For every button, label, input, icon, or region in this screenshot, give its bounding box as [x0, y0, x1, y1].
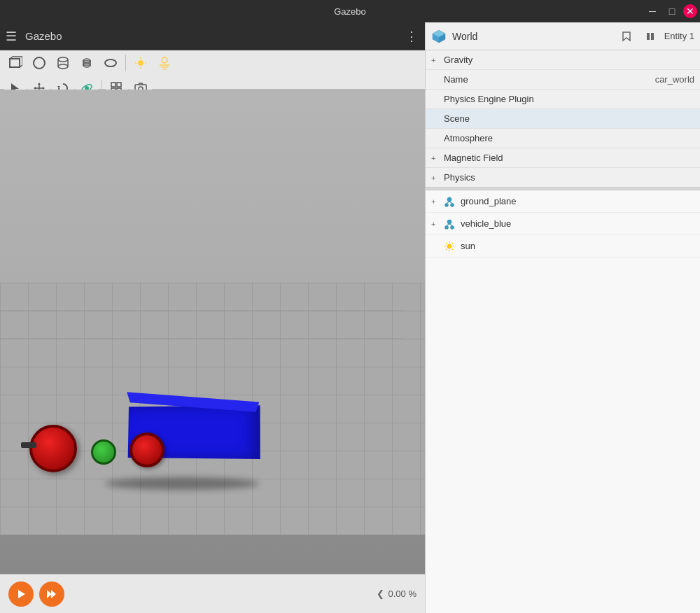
entity-row-vehicle-blue[interactable]: + vehicle_blue: [426, 213, 700, 235]
toolbar-row-shapes: [0, 50, 425, 76]
titlebar: Gazebo ─ □ ✕: [0, 0, 700, 22]
svg-point-44: [445, 203, 449, 206]
svg-point-2: [58, 57, 68, 62]
bookmark-button[interactable]: [617, 27, 636, 46]
world-header-actions: Entity 1: [617, 27, 694, 46]
ground-expand-icon: +: [431, 197, 441, 206]
name-label: Name: [444, 74, 655, 85]
world-properties: + Gravity Name car_world Physics Engine …: [426, 50, 700, 188]
svg-rect-0: [10, 59, 20, 67]
physics-engine-label: Physics Engine Plugin: [444, 94, 694, 104]
physics-engine-row[interactable]: Physics Engine Plugin: [426, 90, 700, 109]
svg-marker-21: [38, 83, 41, 85]
kebab-menu-button[interactable]: ⋮: [400, 24, 425, 48]
svg-point-15: [162, 57, 167, 63]
svg-marker-25: [57, 86, 60, 88]
scene-label: Scene: [444, 113, 694, 124]
pause-button[interactable]: [640, 27, 660, 46]
name-value: car_world: [655, 74, 694, 85]
vehicle-expand-icon: +: [431, 220, 441, 228]
name-row[interactable]: Name car_world: [426, 70, 700, 90]
svg-point-1: [34, 57, 45, 69]
ground-plane-label: ground_plane: [461, 196, 517, 206]
close-button[interactable]: ✕: [683, 4, 697, 18]
svg-line-52: [449, 224, 452, 226]
svg-line-46: [447, 202, 449, 204]
capsule-tool-button[interactable]: [76, 52, 98, 74]
magnetic-expand: +: [431, 154, 441, 162]
world-title-label: World: [452, 31, 611, 42]
entity-list: + ground_plane +: [426, 190, 700, 613]
gravity-expand-icon: +: [431, 56, 441, 64]
app-title-label: Gazebo: [25, 30, 62, 42]
svg-point-43: [447, 197, 451, 202]
svg-line-51: [447, 224, 449, 226]
svg-point-50: [451, 225, 454, 229]
svg-point-45: [451, 203, 454, 206]
rear-wheel-right: [130, 432, 164, 467]
svg-line-47: [449, 202, 452, 204]
titlebar-controls: ─ □ ✕: [644, 3, 700, 20]
entity-row-ground-plane[interactable]: + ground_plane: [426, 190, 700, 213]
front-axle: [21, 442, 36, 448]
toolbar: [0, 50, 425, 90]
world-panel-header: World Entity 1: [426, 22, 700, 50]
app-header: ☰ Gazebo ⋮: [0, 22, 425, 50]
world-cube-icon: [431, 29, 447, 44]
toolbar-separator-1: [125, 55, 126, 71]
physics-expand: +: [431, 174, 441, 182]
cylinder-tool-button[interactable]: [52, 52, 74, 74]
hamburger-menu-button[interactable]: ☰: [0, 24, 22, 48]
main-layout: ☰ Gazebo ⋮: [0, 22, 700, 613]
entity-label: Entity 1: [664, 31, 694, 41]
minimize-button[interactable]: ─: [644, 3, 661, 20]
sphere-tool-button[interactable]: [28, 52, 50, 74]
svg-rect-28: [111, 83, 115, 87]
svg-point-53: [447, 244, 451, 248]
dirlight-tool-button[interactable]: [153, 52, 176, 74]
right-panel: World Entity 1 + Gravity: [425, 22, 700, 613]
atmosphere-row[interactable]: Atmosphere: [426, 129, 700, 148]
svg-marker-38: [18, 590, 25, 598]
sun-light-icon: [442, 239, 456, 253]
ellipsoid-tool-button[interactable]: [99, 52, 122, 74]
magnetic-field-row[interactable]: + Magnetic Field: [426, 148, 700, 168]
fast-forward-button[interactable]: [39, 582, 64, 607]
vehicle-shadow: [105, 477, 259, 490]
progress-arrow: ❮: [377, 589, 384, 599]
gravity-row[interactable]: + Gravity: [426, 50, 700, 70]
playback-controls: [8, 582, 64, 607]
svg-marker-39: [47, 590, 52, 598]
progress-info: ❮ 0.00 %: [377, 589, 416, 599]
progress-text: 0.00 %: [388, 589, 416, 599]
vehicle-blue-icon: [442, 217, 456, 231]
rear-wheel-left: [91, 439, 116, 465]
magnetic-label: Magnetic Field: [444, 153, 694, 163]
physics-label: Physics: [444, 172, 694, 183]
svg-point-48: [447, 220, 451, 224]
scene-row[interactable]: Scene: [426, 109, 700, 129]
play-button[interactable]: [8, 582, 34, 607]
maximize-button[interactable]: □: [664, 3, 680, 20]
box-tool-button[interactable]: [4, 52, 27, 74]
entity-row-sun[interactable]: sun: [426, 235, 700, 258]
svg-point-10: [138, 60, 144, 66]
ground-plane-icon: [442, 195, 456, 209]
gravity-label: Gravity: [444, 55, 694, 65]
front-wheel: [29, 425, 77, 472]
viewport-panel: ☰ Gazebo ⋮: [0, 22, 425, 613]
physics-row[interactable]: + Physics: [426, 168, 700, 188]
atmosphere-label: Atmosphere: [444, 133, 694, 143]
3d-scene[interactable]: [0, 90, 425, 574]
svg-point-5: [58, 64, 68, 69]
svg-point-49: [445, 225, 449, 229]
svg-rect-42: [651, 33, 654, 40]
sun-label: sun: [461, 241, 475, 251]
svg-marker-40: [51, 590, 56, 598]
bottom-toolbar: ❮ 0.00 %: [0, 574, 425, 613]
pointlight-tool-button[interactable]: [130, 52, 152, 74]
svg-rect-29: [117, 83, 121, 87]
titlebar-title: Gazebo: [56, 6, 644, 17]
svg-rect-41: [647, 33, 650, 40]
svg-point-9: [105, 59, 116, 66]
